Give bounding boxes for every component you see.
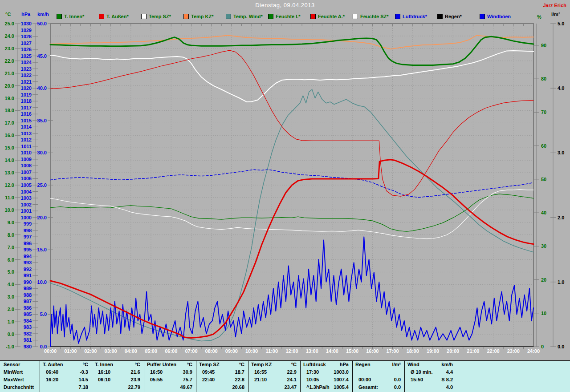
svg-text:4.0: 4.0 (8, 282, 14, 287)
svg-text:3.0: 3.0 (558, 150, 564, 155)
svg-text:10.0: 10.0 (37, 279, 47, 285)
table-cell-time: 16:50 (144, 368, 163, 376)
table-cell-time: 00:00 (353, 376, 371, 384)
table-row-label: MaxWert (0, 376, 40, 384)
svg-text:9.0: 9.0 (8, 220, 14, 225)
table-cell-time: Gesamt: (353, 384, 378, 391)
hpa-axis: 9809819829839849859869879889899909919929… (21, 21, 38, 349)
x-axis-labels: 00:0001:0002:0003:0004:0005:0006:0007:00… (44, 348, 540, 354)
table-cell-value: 49.67 (180, 384, 196, 391)
svg-text:990: 990 (24, 279, 32, 285)
svg-text:24:00: 24:00 (527, 348, 540, 354)
table-cell-value: 30.9 (183, 368, 196, 376)
table-cell-value: 22.8 (235, 376, 248, 384)
svg-text:19.0: 19.0 (5, 96, 14, 101)
table-row-label: Sensor (0, 361, 40, 368)
table-cell-value: 1005.4 (334, 384, 352, 391)
table-column-temp-sz: Temp SZ°C09:4518.722:4022.820.68 (196, 361, 248, 392)
svg-text:1009: 1009 (21, 157, 32, 162)
table-cell-value: S 8.2 (441, 376, 456, 384)
svg-text:25.0: 25.0 (37, 182, 47, 188)
svg-text:45.0: 45.0 (37, 53, 47, 59)
svg-text:1013: 1013 (21, 131, 32, 136)
svg-text:15:00: 15:00 (346, 348, 358, 354)
svg-text:1018: 1018 (21, 98, 32, 104)
svg-text:35.0: 35.0 (37, 118, 47, 123)
table-cell-time: Ø 10 min. (405, 368, 433, 376)
svg-text:986: 986 (24, 305, 32, 311)
svg-text:17:00: 17:00 (386, 348, 399, 354)
svg-text:995: 995 (24, 247, 32, 252)
table-cell-time: 16:55 (248, 368, 267, 376)
svg-text:0.0: 0.0 (558, 344, 564, 349)
svg-text:1.0: 1.0 (8, 319, 14, 324)
table-cell-time: ^1.3hPa/h (301, 384, 330, 391)
svg-text:988: 988 (24, 292, 32, 298)
table-cell-value: 14.5 (79, 376, 92, 384)
svg-text:992: 992 (24, 267, 32, 272)
svg-text:1024: 1024 (21, 60, 32, 65)
svg-text:13:00: 13:00 (306, 348, 318, 354)
weather-app-window: Dienstag, 09.04.2013 Jarz Erich °C hPa k… (0, 0, 570, 392)
svg-text:15.0: 15.0 (5, 145, 14, 150)
table-col-name: Luftdruck (301, 361, 326, 368)
table-col-name: Regen (353, 361, 370, 368)
svg-text:10: 10 (541, 311, 546, 316)
svg-text:1029: 1029 (21, 28, 32, 33)
table-col-name: Temp KZ (248, 361, 272, 368)
svg-text:1010: 1010 (21, 150, 32, 155)
svg-text:1012: 1012 (21, 137, 32, 142)
svg-text:1030: 1030 (21, 21, 32, 26)
svg-text:22:00: 22:00 (487, 348, 500, 354)
table-column-temp-kz: Temp KZ°C16:5522.921:1024.123.47 (248, 361, 300, 392)
svg-text:80: 80 (541, 76, 546, 81)
svg-text:1023: 1023 (21, 66, 32, 72)
svg-text:18:00: 18:00 (407, 348, 419, 354)
svg-text:991: 991 (24, 273, 32, 278)
svg-text:1020: 1020 (21, 85, 32, 91)
chart-plot-area[interactable]: -1.00.01.02.03.04.05.06.07.08.09.010.011… (0, 0, 570, 359)
table-cell-value: 75.7 (183, 376, 196, 384)
table-cell-value: 7.18 (79, 384, 92, 391)
table-column-t-au-en: T. Außen°C06:40-0.316:2014.57.18 (40, 361, 92, 392)
svg-text:50: 50 (541, 177, 546, 182)
table-cell-value: 0.0 (394, 376, 404, 384)
svg-text:1.0: 1.0 (558, 279, 564, 285)
svg-text:1015: 1015 (21, 118, 32, 123)
svg-text:998: 998 (24, 228, 32, 233)
svg-text:21.0: 21.0 (5, 71, 14, 76)
svg-text:994: 994 (24, 254, 32, 259)
svg-text:17.0: 17.0 (5, 120, 14, 125)
svg-text:987: 987 (24, 299, 32, 304)
table-cell-time: 06:40 (40, 368, 58, 376)
table-col-unit: °C (135, 361, 144, 368)
table-cell-time: 22:40 (196, 376, 215, 384)
svg-text:6.0: 6.0 (8, 257, 14, 263)
table-cell-value: 22.9 (287, 368, 300, 376)
svg-text:22.0: 22.0 (5, 58, 14, 64)
svg-text:985: 985 (24, 311, 32, 317)
svg-text:997: 997 (24, 234, 32, 239)
table-cell-value: 0.0 (394, 384, 404, 391)
svg-text:993: 993 (24, 260, 32, 265)
svg-text:05:00: 05:00 (145, 348, 157, 354)
svg-text:01:00: 01:00 (64, 348, 77, 354)
table-cell-value: 22.79 (128, 384, 144, 391)
table-cell-value: 20.68 (232, 384, 248, 391)
svg-text:60: 60 (541, 143, 546, 149)
svg-text:1002: 1002 (21, 202, 32, 207)
table-cell-time: 15:50 (405, 376, 423, 384)
svg-text:90: 90 (541, 43, 546, 48)
svg-text:10.0: 10.0 (5, 207, 14, 213)
table-row-labels: SensorMinWertMaxWertDurchschnitt (0, 361, 40, 392)
svg-text:1025: 1025 (21, 53, 32, 59)
table-cell-time: 06:10 (92, 376, 110, 384)
svg-text:30.0: 30.0 (37, 150, 47, 155)
table-cell-time (92, 384, 98, 391)
table-column-regen: Regenl/m²00:000.0Gesamt:0.0 (352, 361, 404, 392)
series-line-feuchte-a (50, 50, 533, 196)
table-col-name: T. Innen (92, 361, 113, 368)
svg-text:980: 980 (24, 344, 32, 349)
svg-text:11:00: 11:00 (266, 348, 278, 354)
stats-table: SensorMinWertMaxWertDurchschnittT. Außen… (0, 360, 570, 392)
